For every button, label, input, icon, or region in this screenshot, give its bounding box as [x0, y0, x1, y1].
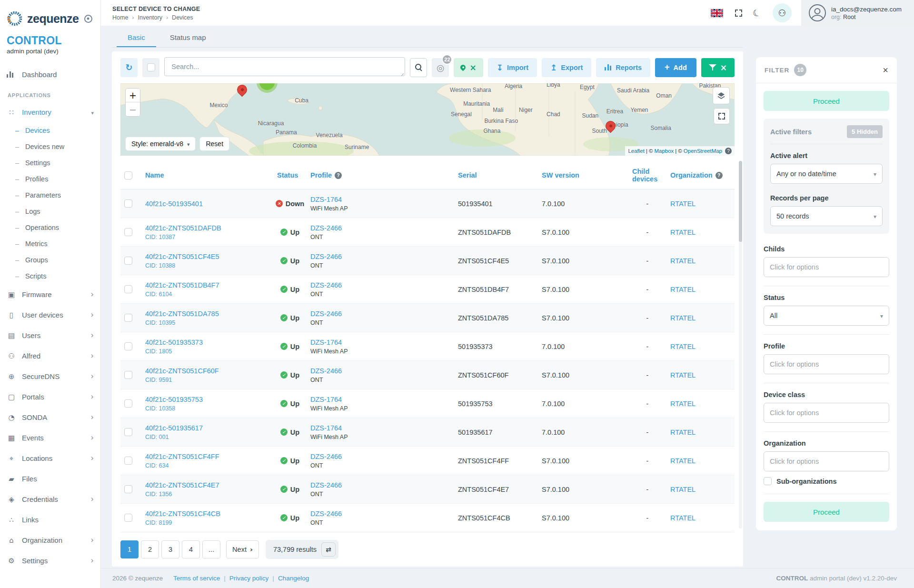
map-marker[interactable]: [235, 83, 249, 97]
row-checkbox[interactable]: [124, 399, 132, 408]
profile-link[interactable]: DZS-2466: [310, 481, 342, 489]
column-header-name[interactable]: Name: [141, 165, 273, 185]
page-button[interactable]: ...: [202, 540, 220, 558]
profile-input[interactable]: [770, 360, 883, 368]
map-fullscreen-button[interactable]: [714, 108, 730, 124]
sidebar-item-dashboard[interactable]: Dashboard: [0, 64, 100, 85]
organization-link[interactable]: RTATEL: [670, 200, 695, 208]
sidebar-item-inventory[interactable]: Inventory: [0, 102, 100, 122]
active-alert-select[interactable]: Any or no date/time: [770, 164, 883, 184]
sidebar-subitem[interactable]: Settings: [0, 155, 100, 171]
sidebar-item[interactable]: SecureDNS: [0, 366, 100, 387]
profile-link[interactable]: DZS-1764: [310, 339, 342, 346]
profile-link[interactable]: DZS-1764: [310, 424, 342, 432]
profile-link[interactable]: DZS-2466: [310, 310, 342, 318]
device-name-link[interactable]: 40f21c-ZNTS051DAFDB: [145, 224, 221, 232]
map[interactable]: MexicoCubaNicaraguaPanamaColombiaVenezue…: [120, 83, 735, 156]
help-icon[interactable]: ?: [335, 172, 342, 179]
sidebar-item[interactable]: Organization: [0, 530, 100, 550]
organization-link[interactable]: RTATEL: [670, 371, 695, 379]
sidebar-subitem[interactable]: Parameters: [0, 187, 100, 203]
user-menu[interactable]: ia_docs@zequenze.com org: Root: [801, 0, 914, 26]
map-reset-button[interactable]: Reset: [199, 137, 229, 151]
zoom-out-button[interactable]: −: [126, 102, 140, 116]
profile-link[interactable]: DZS-2466: [310, 453, 342, 460]
sidebar-item[interactable]: Firmware: [0, 284, 100, 305]
sidebar-subitem[interactable]: Profiles: [0, 171, 100, 187]
status-filter-select[interactable]: All: [764, 306, 889, 326]
column-header-profile[interactable]: Profile?: [307, 165, 454, 185]
fullscreen-button[interactable]: [730, 4, 748, 22]
export-button[interactable]: Export: [542, 58, 591, 77]
sidebar-item[interactable]: Links: [0, 509, 100, 530]
assistant-button[interactable]: ⚇: [773, 3, 792, 22]
help-icon[interactable]: ?: [715, 172, 723, 179]
device-name-link[interactable]: 40f21c-ZNTS051DA785: [145, 310, 219, 318]
device-name-link[interactable]: 40f21c-501935401: [145, 200, 203, 208]
add-button[interactable]: Add: [655, 58, 696, 77]
row-checkbox[interactable]: [124, 485, 132, 493]
search-button[interactable]: [410, 58, 427, 77]
profile-link[interactable]: DZS-2466: [310, 281, 342, 289]
sidebar-subitem[interactable]: Operations: [0, 219, 100, 236]
column-header-sw-version[interactable]: SW version: [538, 165, 628, 185]
organization-link[interactable]: RTATEL: [670, 343, 695, 350]
attribution-help-icon[interactable]: ?: [725, 148, 732, 154]
sidebar-item[interactable]: Locations: [0, 448, 100, 468]
page-button[interactable]: 1: [120, 540, 139, 558]
table-scrollbar[interactable]: [739, 161, 742, 528]
row-checkbox[interactable]: [124, 457, 132, 465]
sidebar-subitem[interactable]: Groups: [0, 252, 100, 268]
tab-status-map[interactable]: Status map: [159, 29, 217, 47]
sub-organizations-checkbox[interactable]: [764, 477, 772, 485]
watch-list-button[interactable]: 22: [432, 58, 449, 77]
zoom-in-button[interactable]: +: [126, 89, 140, 102]
refresh-button[interactable]: [120, 58, 138, 77]
select-all-checkbox[interactable]: [147, 63, 155, 71]
breadcrumb-home[interactable]: Home: [112, 14, 128, 21]
filter-toggle-button[interactable]: [701, 58, 735, 77]
organization-link[interactable]: RTATEL: [670, 486, 695, 493]
dark-mode-button[interactable]: ☾: [748, 4, 766, 22]
profile-link[interactable]: DZS-2466: [310, 253, 342, 260]
sidebar-item[interactable]: Portals: [0, 387, 100, 407]
next-page-button[interactable]: Next: [226, 540, 259, 558]
device-name-link[interactable]: 40f21c-501935617: [145, 424, 203, 432]
profile-link[interactable]: DZS-2466: [310, 510, 342, 518]
sidebar-item[interactable]: SONDA: [0, 407, 100, 428]
sidebar-subitem[interactable]: Devices new: [0, 139, 100, 155]
device-name-link[interactable]: 40f21c-ZNTS051CF4E5: [145, 253, 219, 260]
proceed-button-top[interactable]: Proceed: [764, 91, 889, 111]
profile-link[interactable]: DZS-1764: [310, 196, 342, 203]
import-button[interactable]: Import: [488, 58, 537, 77]
sidebar-subitem[interactable]: Metrics: [0, 236, 100, 252]
map-marker[interactable]: [604, 119, 618, 133]
device-name-link[interactable]: 40f21c-ZNTS051CF60F: [145, 367, 219, 375]
map-style-select[interactable]: Style: emerald-v8: [125, 137, 196, 151]
hidden-filters-badge[interactable]: 5 Hidden: [847, 125, 883, 138]
breadcrumb-inventory[interactable]: Inventory: [138, 14, 162, 21]
search-input[interactable]: [164, 57, 405, 76]
row-checkbox[interactable]: [124, 285, 132, 293]
row-checkbox[interactable]: [124, 428, 132, 436]
device-name-link[interactable]: 40f21c-ZNTS051CF4E7: [145, 481, 219, 489]
organization-link[interactable]: RTATEL: [670, 514, 695, 522]
proceed-button-bottom[interactable]: Proceed: [764, 502, 889, 522]
row-checkbox[interactable]: [124, 342, 132, 350]
privacy-link[interactable]: Privacy policy: [229, 575, 269, 582]
organization-link[interactable]: RTATEL: [670, 314, 695, 322]
map-marker[interactable]: [257, 83, 278, 93]
column-header-serial[interactable]: Serial: [454, 165, 538, 185]
organization-link[interactable]: RTATEL: [670, 457, 695, 465]
device-name-link[interactable]: 40f21c-501935373: [145, 339, 203, 346]
device-class-input[interactable]: [770, 409, 883, 417]
row-checkbox[interactable]: [124, 199, 132, 208]
organization-link[interactable]: RTATEL: [670, 257, 695, 265]
row-checkbox[interactable]: [124, 228, 132, 236]
organization-input[interactable]: [770, 458, 883, 465]
column-header-status[interactable]: Status: [273, 165, 307, 185]
device-name-link[interactable]: 40f21c-ZNTS051CF4FF: [145, 453, 219, 460]
childs-input[interactable]: [770, 263, 883, 271]
map-layers-button[interactable]: [713, 87, 730, 104]
refresh-results-button[interactable]: [321, 542, 336, 557]
